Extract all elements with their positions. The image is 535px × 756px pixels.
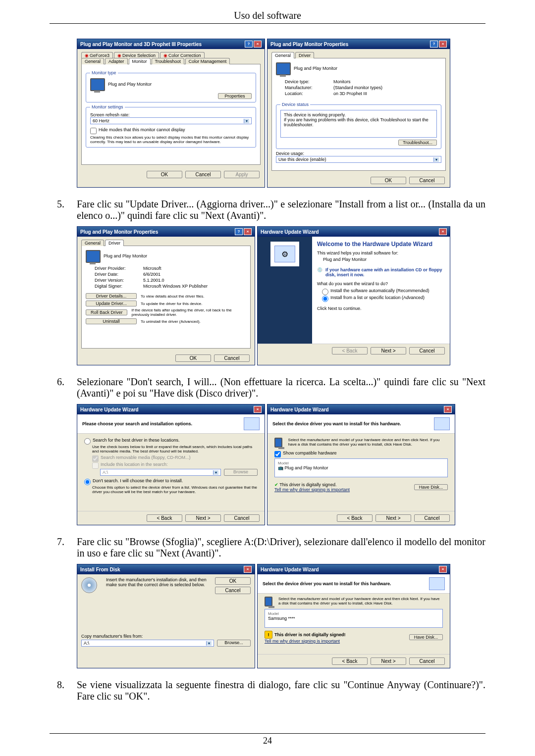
dialog-install-from-disk: Install From Disk× Insert the manufactur… <box>77 564 255 668</box>
date-value: 6/6/2001 <box>143 272 160 277</box>
step-8: 8. Se viene visualizzata la seguente fin… <box>50 679 485 702</box>
monitor-icon <box>90 78 105 91</box>
hide-modes-checkbox[interactable]: Hide modes that this monitor cannot disp… <box>90 127 252 134</box>
device-status-legend: Device status <box>280 102 310 107</box>
uninstall-button[interactable]: Uninstall <box>86 318 137 324</box>
next-button[interactable]: Next > <box>375 514 411 522</box>
dialog-monitor-properties: Plug and Play Monitor and 3D Prophet III… <box>77 39 265 188</box>
troubleshoot-button[interactable]: Troubleshoot... <box>398 140 437 146</box>
next-button[interactable]: Next > <box>371 347 406 354</box>
back-button[interactable]: < Back <box>332 657 368 665</box>
titlebar-buttons: ?× <box>244 41 262 48</box>
hide-modes-desc: Clearing this check box allows you to se… <box>90 135 252 144</box>
cancel-button[interactable]: Cancel <box>409 657 445 665</box>
version-value: 5.1.2001.0 <box>143 278 164 283</box>
model-item[interactable]: 📺 Plug and Play Monitor <box>278 465 444 470</box>
show-compatible-checkbox[interactable]: Show compatible hardware <box>274 451 448 457</box>
option-list[interactable]: Install from a list or specific location… <box>322 295 445 302</box>
properties-button[interactable]: Properties <box>218 93 252 99</box>
cancel-button[interactable]: Cancel <box>214 354 250 362</box>
provider-value: Microsoft <box>143 266 161 271</box>
close-icon[interactable]: × <box>439 41 447 48</box>
tab-general[interactable]: General <box>271 52 294 58</box>
cancel-button[interactable]: Cancel <box>215 587 251 594</box>
titlebar: Plug and Play Monitor Properties ?× <box>268 39 450 49</box>
device-usage-label: Device usage: <box>276 151 441 156</box>
tell-me-link[interactable]: Tell me why driver signing is important <box>265 639 340 644</box>
ok-button[interactable]: OK <box>175 354 211 362</box>
cancel-button[interactable]: Cancel <box>409 347 445 354</box>
monitor-type-legend: Monitor type <box>90 70 118 75</box>
manufacturer-label: Manufacturer: <box>285 85 329 90</box>
details-desc: To view details about the driver files. <box>141 294 205 299</box>
tab-monitor[interactable]: Monitor <box>129 58 151 64</box>
install-instr: Insert the manufacturer's installation d… <box>106 577 210 594</box>
dialog-title: Install From Disk <box>80 567 120 572</box>
close-icon[interactable]: × <box>444 406 452 413</box>
close-icon[interactable]: × <box>254 406 262 413</box>
next-button[interactable]: Next > <box>185 514 221 522</box>
chevron-down-icon: ▾ <box>244 119 249 123</box>
close-icon[interactable]: × <box>244 566 252 573</box>
screenshot-pair-4: Install From Disk× Insert the manufactur… <box>77 564 485 668</box>
option-dont-search[interactable]: Don't search. I will choose the driver t… <box>84 478 258 485</box>
option-auto[interactable]: Install the software automatically (Reco… <box>322 288 445 295</box>
tab-color-mgmt[interactable]: Color Management <box>185 58 230 64</box>
tab-troubleshoot[interactable]: Troubleshoot <box>152 58 184 64</box>
cancel-button[interactable]: Cancel <box>224 514 260 522</box>
cancel-button[interactable]: Cancel <box>414 514 450 522</box>
copy-path-select[interactable]: A:\▾ <box>81 640 214 647</box>
close-icon[interactable]: × <box>244 228 252 235</box>
have-disk-button[interactable]: Have Disk... <box>414 484 448 490</box>
update-driver-button[interactable]: Update Driver... <box>86 301 137 306</box>
ok-button[interactable]: OK <box>147 171 182 178</box>
help-icon[interactable]: ? <box>235 228 243 235</box>
next-button[interactable]: Next > <box>371 657 406 665</box>
device-usage-select[interactable]: Use this device (enable)▾ <box>276 156 441 163</box>
help-icon[interactable]: ? <box>245 41 253 48</box>
step-number: 8. <box>50 679 77 702</box>
option-search[interactable]: Search for the best driver in these loca… <box>84 438 258 445</box>
wizard-continue: Click Next to continue. <box>317 306 445 311</box>
have-disk-button[interactable]: Have Disk... <box>409 634 443 640</box>
back-button[interactable]: < Back <box>147 514 182 522</box>
close-icon[interactable]: × <box>254 41 262 48</box>
cd-hint: If your hardware came with an installati… <box>325 267 445 277</box>
dialog-title: Plug and Play Monitor Properties <box>80 229 158 235</box>
close-icon[interactable]: × <box>439 566 447 573</box>
tab-driver[interactable]: Driver <box>105 240 124 246</box>
step-text: Fare clic su "Browse (Sfoglia)", sceglie… <box>77 536 485 559</box>
signer-label: Digital Signer: <box>95 284 139 289</box>
driver-details-button[interactable]: Driver Details... <box>86 293 137 299</box>
cancel-button[interactable]: Cancel <box>185 171 221 178</box>
model-listbox[interactable]: Model 📺 Plug and Play Monitor <box>274 458 448 477</box>
tab-driver[interactable]: Driver <box>295 52 314 58</box>
check-removable-media: Search removable media (floppy, CD-ROM..… <box>84 455 258 462</box>
rollback-button[interactable]: Roll Back Driver <box>86 309 127 315</box>
check-include-location: Include this location in the search: <box>84 462 258 469</box>
tab-adapter[interactable]: Adapter <box>105 58 128 64</box>
tell-me-link[interactable]: Tell me why driver signing is important <box>274 487 350 492</box>
model-listbox[interactable]: Model Samsung **** <box>265 609 443 628</box>
cancel-button[interactable]: Cancel <box>409 177 445 184</box>
location-value: on 3D Prophet III <box>333 91 367 96</box>
back-button[interactable]: < Back <box>337 514 373 522</box>
tab-general[interactable]: General <box>81 240 104 246</box>
path-select: A:\▾ <box>100 469 221 476</box>
tab-general[interactable]: General <box>81 58 104 64</box>
model-item[interactable]: Samsung **** <box>268 616 439 621</box>
wizard-header: Select the device driver you want to ins… <box>263 581 391 586</box>
browse-button[interactable]: Browse... <box>217 640 251 647</box>
wizard-sidebar: ⚙ <box>258 237 312 344</box>
screenshot-pair-2: Plug and Play Monitor Properties?× Gener… <box>77 226 485 365</box>
help-icon[interactable]: ? <box>430 41 438 48</box>
ok-button[interactable]: OK <box>215 577 251 585</box>
footer-rule <box>50 733 485 734</box>
ok-button[interactable]: OK <box>371 177 406 184</box>
device-type-value: Monitors <box>333 79 351 84</box>
chevron-down-icon: ▾ <box>206 641 212 646</box>
refresh-rate-select[interactable]: 60 Hertz▾ <box>90 117 252 124</box>
close-icon[interactable]: × <box>439 228 447 235</box>
refresh-rate-label: Screen refresh rate: <box>90 112 252 117</box>
manufacturer-value: (Standard monitor types) <box>333 85 382 90</box>
